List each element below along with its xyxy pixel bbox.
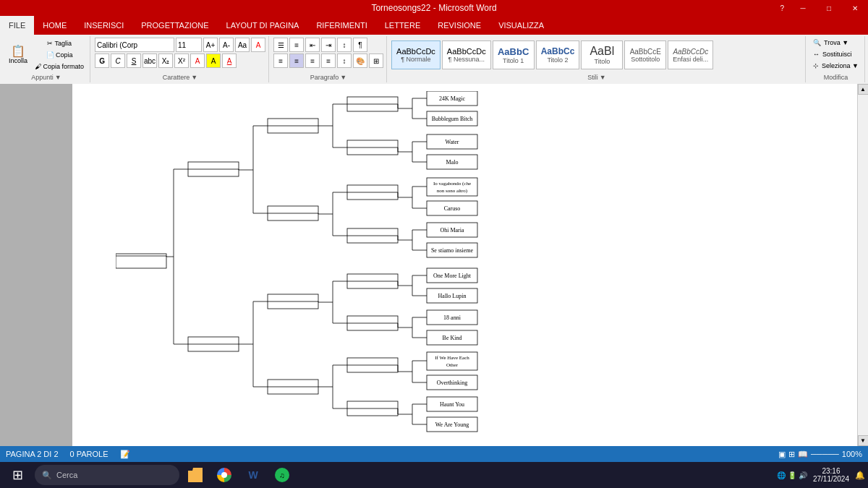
svg-text:Hallo Lupin: Hallo Lupin [438,293,467,299]
scroll-up-button[interactable]: ▲ [858,84,869,95]
svg-text:Water: Water [446,139,459,145]
tab-visualizza[interactable]: VISUALIZZA [490,16,553,35]
svg-text:Be Kind: Be Kind [443,335,462,341]
seleziona-button[interactable]: ⊹Seleziona ▼ [810,61,861,71]
scroll-down-button[interactable]: ▼ [858,435,869,446]
svg-text:We Are Young: We Are Young [435,421,469,428]
font-color-button[interactable]: A [190,53,205,68]
document-area: 24K Magic Bubblegum Bitch Water Malo Io … [0,84,868,446]
style-normale[interactable]: AaBbCcDc ¶ Normale [391,40,441,69]
taskbar-search[interactable]: 🔍 Cerca [35,465,179,485]
file-explorer-app[interactable] [182,463,208,487]
chrome-icon [217,468,231,482]
style-titolo[interactable]: AaBl Titolo [581,40,623,69]
left-margin [0,84,72,446]
style-nessuna[interactable]: AaBbCcDc ¶ Nessuna... [442,40,491,69]
chrome-app[interactable] [211,463,237,487]
title-text: Torneosongs22 - Microsoft Word [371,3,496,13]
spotify-app[interactable]: ♫ [269,463,295,487]
word-count: 0 PAROLE [70,450,109,458]
style-sottotitolo[interactable]: AaBbCcE Sottotitolo [624,40,666,69]
tab-revisione[interactable]: REVISIONE [429,16,490,35]
help-button[interactable]: ? [774,4,790,12]
bold-button[interactable]: G [95,53,109,68]
trova-button[interactable]: 🔍Trova ▼ [810,38,851,48]
style-titolo1[interactable]: AaBbC Titolo 1 [493,40,535,69]
font-name-input[interactable] [95,38,174,52]
search-placeholder: Cerca [56,471,77,479]
proofing-icon[interactable]: 📝 [120,450,130,459]
ribbon-tabs: FILE HOME INSERISCI PROGETTAZIONE LAYOUT… [0,16,868,35]
style-enfasi[interactable]: AaBbCcDc Enfasi deli... [668,40,713,69]
view-read-button[interactable]: 📖 [798,450,808,459]
list-number-button[interactable]: ≡ [289,38,304,52]
svg-text:Io vagabondo (che: Io vagabondo (che [433,181,471,187]
file-explorer-icon [188,468,203,482]
group-appunti: 📋 Incolla ✂ Taglia 📄 Copia 🖌 Copia forma… [3,36,90,82]
justify-button[interactable]: ≡ [321,53,336,68]
tab-riferimenti[interactable]: RIFERIMENTI [307,16,375,35]
tab-inserisci[interactable]: INSERISCI [75,16,132,35]
copia-button[interactable]: 📄 Copia [32,50,87,60]
italic-button[interactable]: C [111,53,125,68]
align-left-button[interactable]: ≡ [273,53,288,68]
font-size-input[interactable] [176,38,202,52]
svg-text:Overthinking: Overthinking [437,380,468,386]
font-shrink-button[interactable]: A- [219,38,234,52]
start-button[interactable]: ⊞ [3,463,32,487]
subscript-button[interactable]: X₂ [158,53,173,68]
tab-file[interactable]: FILE [0,16,34,35]
shading-button[interactable]: 🎨 [353,53,367,68]
sort-button[interactable]: ↕ [337,38,352,52]
clear-format-button[interactable]: A [251,38,265,52]
taglia-button[interactable]: ✂ Taglia [32,38,87,48]
style-titolo2[interactable]: AaBbCc Titolo 2 [536,40,580,69]
paragraph-mark-button[interactable]: ¶ [353,38,367,52]
font-case-button[interactable]: Aa [235,38,250,52]
align-center-button[interactable]: ≡ [289,53,304,68]
svg-text:Se stiamo insieme: Se stiamo insieme [431,247,474,254]
view-web-button[interactable]: ⊞ [788,450,795,459]
group-stili: AaBbCcDc ¶ Normale AaBbCcDc ¶ Nessuna...… [388,36,806,82]
taskbar-clock[interactable]: 23:16 27/11/2024 [810,467,852,483]
minimize-button[interactable]: ─ [790,0,816,16]
incolla-button[interactable]: 📋 Incolla [6,44,30,66]
svg-text:Bubblegum Bitch: Bubblegum Bitch [432,116,473,122]
tab-layout[interactable]: LAYOUT DI PAGINA [218,16,308,35]
zoom-slider[interactable]: ───── 100% [811,450,862,458]
word-app[interactable]: W [240,463,266,487]
svg-text:Malo: Malo [446,159,459,166]
highlight-button[interactable]: A [206,53,221,68]
close-button[interactable]: ✕ [842,0,868,16]
text-color-button[interactable]: A [222,53,237,68]
ribbon-content: 📋 Incolla ✂ Taglia 📄 Copia 🖌 Copia forma… [0,35,868,84]
align-right-button[interactable]: ≡ [305,53,320,68]
maximize-button[interactable]: □ [816,0,842,16]
superscript-button[interactable]: X² [174,53,189,68]
copia-formato-button[interactable]: 🖌 Copia formato [32,61,87,72]
group-carattere: A+ A- Aa A G C S abc X₂ X² A A A Caratte… [92,36,269,82]
word-icon: W [248,469,258,481]
group-paragrafo: ☰ ≡ ⇤ ⇥ ↕ ¶ ≡ ≡ ≡ ≡ ↕ 🎨 ⊞ Paragrafo ▼ [271,36,387,82]
tab-lettere[interactable]: LETTERE [376,16,430,35]
notification-button[interactable]: 🔔 [855,471,865,480]
view-print-button[interactable]: ▣ [778,450,786,459]
list-bullet-button[interactable]: ☰ [273,38,288,52]
line-spacing-button[interactable]: ↕ [337,53,352,68]
tab-home[interactable]: HOME [34,16,75,35]
svg-text:Ohi Maria: Ohi Maria [440,227,464,234]
right-scrollbar[interactable]: ▲ ▼ [857,84,868,446]
page-content[interactable]: 24K Magic Bubblegum Bitch Water Malo Io … [72,84,857,446]
svg-text:Other: Other [446,362,459,368]
indent-decrease-button[interactable]: ⇤ [305,38,320,52]
scroll-track[interactable] [858,95,868,435]
sostituisci-button[interactable]: ↔Sostituisci [810,49,855,59]
tab-progettazione[interactable]: PROGETTAZIONE [132,16,217,35]
borders-button[interactable]: ⊞ [369,53,383,68]
font-grow-button[interactable]: A+ [203,38,218,52]
underline-button[interactable]: S [127,53,141,68]
group-modifica: 🔍Trova ▼ ↔Sostituisci ⊹Seleziona ▼ Modif… [807,36,865,82]
indent-increase-button[interactable]: ⇥ [321,38,336,52]
strikethrough-button[interactable]: abc [142,53,157,68]
svg-text:If We Have Each: If We Have Each [435,355,469,361]
